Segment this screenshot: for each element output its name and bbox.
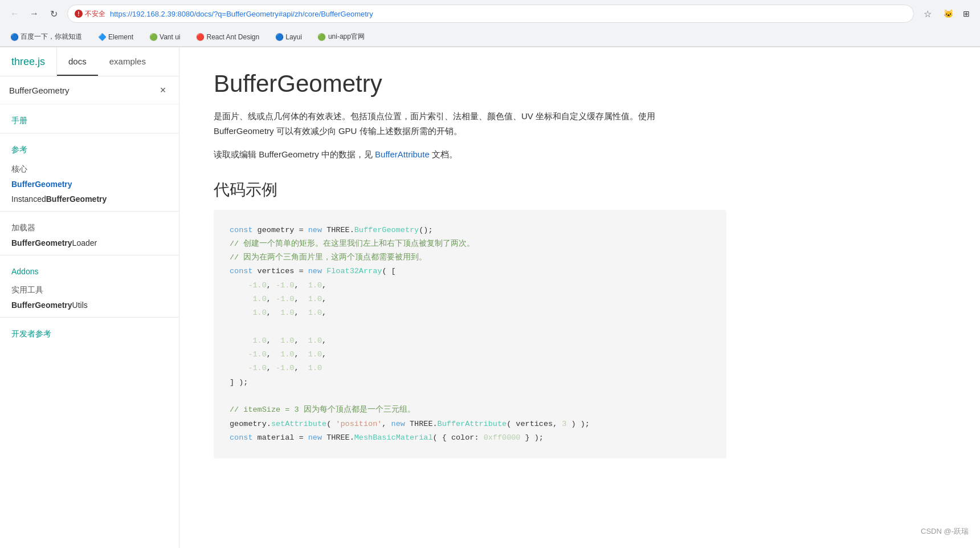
url-text: https://192.168.2.39:8080/docs/?q=Buffer…: [110, 10, 906, 18]
uniapp-icon: 🟢: [318, 33, 326, 41]
code-line-13: [230, 389, 710, 403]
page-title: BufferGeometry: [214, 70, 946, 98]
sidebar-item-buffer-geometry-loader[interactable]: BufferGeometryLoader: [0, 236, 179, 250]
sidebar-nav[interactable]: 手册 参考 核心 BufferGeometry InstancedBufferG…: [0, 104, 179, 548]
bookmark-uniapp[interactable]: 🟢 uni-app官网: [315, 31, 368, 43]
bookmark-vant-label: Vant ui: [160, 33, 180, 41]
layui-icon: 🔵: [275, 33, 283, 41]
bookmark-uniapp-label: uni-app官网: [328, 32, 365, 42]
vant-icon: 🟢: [149, 33, 157, 41]
code-line-5: -1.0, -1.0, 1.0,: [230, 279, 710, 293]
code-line-10: -1.0, 1.0, 1.0,: [230, 348, 710, 362]
browser-toolbar: ← → ↻ ! 不安全 https://192.168.2.39:8080/do…: [0, 0, 980, 27]
top-nav: three.js docs examples: [0, 47, 179, 76]
bookmark-element-label: Element: [108, 33, 133, 41]
code-line-14: // itemSize = 3 因为每个顶点都是一个三元组。: [230, 403, 710, 417]
bookmark-react-ant-label: React Ant Design: [207, 33, 260, 41]
code-line-11: -1.0, -1.0, 1.0: [230, 362, 710, 375]
sidebar-item-buffer-geometry[interactable]: BufferGeometry: [0, 177, 179, 192]
extension-cat-icon[interactable]: 🐱: [941, 7, 955, 21]
divider-3: [0, 255, 179, 255]
refresh-button[interactable]: ↻: [46, 6, 62, 22]
close-filter-button[interactable]: ×: [156, 83, 170, 97]
react-ant-icon: 🔴: [197, 33, 205, 41]
sidebar-search-area: BufferGeometry ×: [0, 76, 179, 104]
divider-4: [0, 317, 179, 318]
code-line-2: // 创建一个简单的矩形。在这里我们左上和右下顶点被复制了两次。: [230, 237, 710, 251]
bookmark-layui[interactable]: 🔵 Layui: [272, 32, 305, 42]
baidu-icon: 🔵: [10, 33, 18, 41]
sidebar-section-reference[interactable]: 参考: [0, 138, 179, 157]
buffer-attribute-link[interactable]: BufferAttribute: [375, 149, 430, 159]
desc2-prefix: 读取或编辑 BufferGeometry 中的数据，见: [214, 149, 373, 159]
bookmark-react-ant[interactable]: 🔴 React Ant Design: [193, 32, 263, 42]
code-line-15: geometry.setAttribute( 'position', new T…: [230, 417, 710, 431]
divider-1: [0, 133, 179, 133]
code-line-6: 1.0, -1.0, 1.0,: [230, 293, 710, 306]
main-content[interactable]: BufferGeometry 是面片、线或点几何体的有效表述。包括顶点位置，面片…: [179, 47, 980, 548]
code-line-8: [230, 320, 710, 334]
code-line-3: // 因为在两个三角面片里，这两个顶点都需要被用到。: [230, 251, 710, 265]
threejs-logo[interactable]: three.js: [0, 47, 57, 76]
code-line-16: const material = new THREE.MeshBasicMate…: [230, 431, 710, 445]
back-button[interactable]: ←: [7, 6, 23, 22]
sidebar-category-core: 核心: [0, 157, 179, 177]
code-line-12: ] );: [230, 376, 710, 389]
tab-docs[interactable]: docs: [57, 47, 98, 76]
bookmark-vant[interactable]: 🟢 Vant ui: [146, 32, 183, 42]
tab-examples[interactable]: examples: [98, 47, 157, 76]
page-desc-1: 是面片、线或点几何体的有效表述。包括顶点位置，面片索引、法相量、颜色值、UV 坐…: [214, 109, 681, 138]
code-line-1: const geometry = new THREE.BufferGeometr…: [230, 224, 710, 237]
bookmark-baidu[interactable]: 🔵 百度一下，你就知道: [7, 31, 85, 43]
csdn-watermark: CSDN @-跃瑞: [921, 526, 969, 537]
browser-extensions: 🐱 ⊞: [941, 7, 973, 21]
main-layout: three.js docs examples BufferGeometry × …: [0, 47, 980, 548]
sidebar-section-addons[interactable]: Addons: [0, 260, 179, 278]
top-nav-tabs: docs examples: [57, 47, 157, 76]
code-line-4: const vertices = new Float32Array( [: [230, 265, 710, 278]
bookmark-baidu-label: 百度一下，你就知道: [21, 32, 82, 42]
code-line-9: 1.0, 1.0, 1.0,: [230, 334, 710, 348]
bookmark-layui-label: Layui: [285, 33, 302, 41]
sidebar-section-dev[interactable]: 开发者参考: [0, 322, 179, 342]
section-title-code: 代码示例: [214, 179, 946, 201]
sidebar-filter-title: BufferGeometry: [9, 86, 70, 95]
desc2-suffix: 文档。: [432, 149, 458, 159]
code-line-7: 1.0, 1.0, 1.0,: [230, 306, 710, 320]
sidebar-category-loaders: 加载器: [0, 216, 179, 236]
element-icon: 🔷: [98, 33, 106, 41]
divider-2: [0, 211, 179, 212]
extension-grid-icon[interactable]: ⊞: [959, 7, 973, 21]
nav-buttons: ← → ↻: [7, 6, 62, 22]
sidebar: three.js docs examples BufferGeometry × …: [0, 47, 179, 548]
bookmark-element[interactable]: 🔷 Element: [95, 32, 137, 42]
sidebar-item-buffer-geometry-utils[interactable]: BufferGeometryUtils: [0, 298, 179, 312]
page-desc-2: 读取或编辑 BufferGeometry 中的数据，见 BufferAttrib…: [214, 147, 681, 162]
sidebar-category-utils: 实用工具: [0, 278, 179, 298]
sidebar-item-instanced-buffer-geometry[interactable]: InstancedBufferGeometry: [0, 192, 179, 206]
insecure-badge: ! 不安全: [75, 9, 105, 19]
address-bar[interactable]: ! 不安全 https://192.168.2.39:8080/docs/?q=…: [67, 5, 914, 23]
insecure-label: 不安全: [85, 9, 105, 19]
bookmarks-bar: 🔵 百度一下，你就知道 🔷 Element 🟢 Vant ui 🔴 React …: [0, 27, 980, 47]
browser-chrome: ← → ↻ ! 不安全 https://192.168.2.39:8080/do…: [0, 0, 980, 47]
forward-button[interactable]: →: [26, 6, 42, 22]
code-block: const geometry = new THREE.BufferGeometr…: [214, 210, 726, 459]
sidebar-section-manual[interactable]: 手册: [0, 109, 179, 128]
insecure-icon: !: [75, 10, 83, 18]
bookmark-star-button[interactable]: ☆: [920, 6, 936, 22]
